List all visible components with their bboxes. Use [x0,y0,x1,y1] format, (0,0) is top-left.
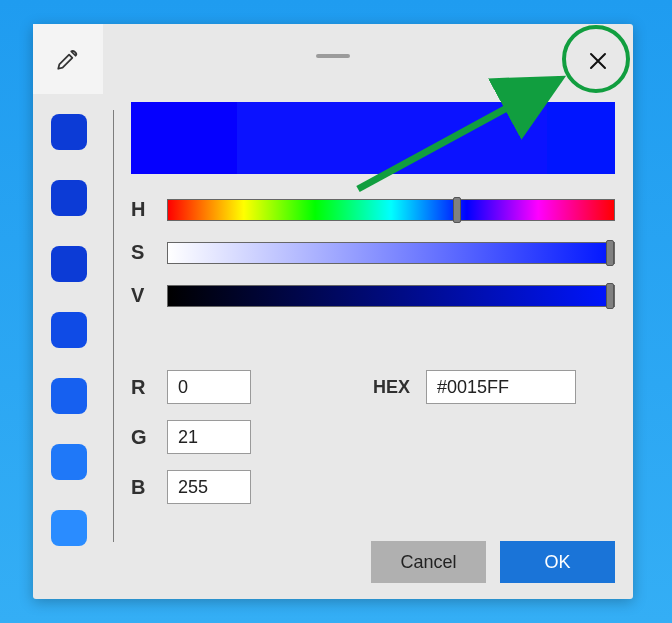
red-label: R [131,376,149,399]
value-slider[interactable] [167,285,615,307]
title-bar [33,24,633,94]
red-input[interactable] [167,370,251,404]
value-slider-thumb[interactable] [606,283,614,309]
dialog-buttons: Cancel OK [371,541,615,583]
cancel-button[interactable]: Cancel [371,541,486,583]
hue-slider[interactable] [167,199,615,221]
swatch[interactable] [51,444,87,480]
preview-current [547,102,615,174]
preview-mid [237,102,547,174]
swatch[interactable] [51,378,87,414]
swatch[interactable] [51,180,87,216]
swatch[interactable] [51,510,87,546]
swatch[interactable] [51,312,87,348]
green-label: G [131,426,149,449]
ok-button[interactable]: OK [500,541,615,583]
red-row: R [131,370,251,404]
vertical-divider [113,110,114,542]
swatch[interactable] [51,246,87,282]
blue-input[interactable] [167,470,251,504]
saturation-slider-thumb[interactable] [606,240,614,266]
saturation-label: S [131,241,149,264]
color-preview [131,102,615,174]
close-button[interactable] [581,44,615,78]
green-input[interactable] [167,420,251,454]
eyedropper-button[interactable] [33,24,103,94]
blue-label: B [131,476,149,499]
hex-label: HEX [373,377,410,398]
value-label: V [131,284,149,307]
value-slider-row: V [131,284,615,307]
preview-previous [131,102,237,174]
hsv-sliders: H S V [131,198,615,307]
hex-block: HEX [373,370,576,404]
blue-row: B [131,470,251,504]
hue-label: H [131,198,149,221]
recent-swatches [39,114,99,546]
hue-slider-row: H [131,198,615,221]
main-panel: H S V R [113,102,615,583]
close-icon [589,52,607,70]
hex-input[interactable] [426,370,576,404]
saturation-slider[interactable] [167,242,615,264]
rgb-inputs: R G B [131,370,251,504]
hue-slider-thumb[interactable] [453,197,461,223]
green-row: G [131,420,251,454]
eyedropper-icon [55,46,81,72]
saturation-slider-row: S [131,241,615,264]
swatch[interactable] [51,114,87,150]
color-picker-dialog: H S V R [33,24,633,599]
drag-handle[interactable] [316,54,350,58]
